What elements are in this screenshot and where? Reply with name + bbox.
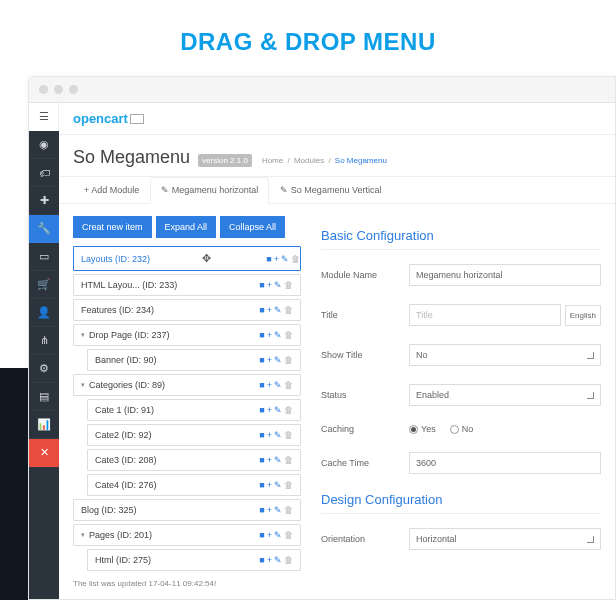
tab-horizontal[interactable]: ✎ Megamenu horizontal	[150, 177, 269, 204]
tree-item[interactable]: ▾Drop Page (ID: 237)■+✎🗑	[73, 324, 301, 346]
doc-icon[interactable]: ▤	[29, 383, 59, 411]
puzzle-icon[interactable]: ✚	[29, 187, 59, 215]
add-icon[interactable]: ■	[259, 305, 264, 315]
trash-icon[interactable]: 🗑	[284, 280, 293, 290]
tree-item[interactable]: ▾Pages (ID: 201)■+✎🗑	[73, 524, 301, 546]
trash-icon[interactable]: 🗑	[284, 305, 293, 315]
caret-icon[interactable]: ▾	[81, 331, 85, 339]
tree-item[interactable]: Cate 1 (ID: 91)■+✎🗑	[87, 399, 301, 421]
move-icon[interactable]: ✥	[202, 252, 214, 265]
dashboard-icon[interactable]: ◉	[29, 131, 59, 159]
edit-icon[interactable]: ✎	[274, 380, 282, 390]
sidebar-toggle-icon[interactable]: ☰	[29, 103, 59, 131]
cart-icon[interactable]: 🛒	[29, 271, 59, 299]
add-icon[interactable]: ■	[259, 555, 264, 565]
add-icon[interactable]: ■	[259, 430, 264, 440]
tree-item[interactable]: Features (ID: 234)■+✎🗑	[73, 299, 301, 321]
edit-icon[interactable]: ✎	[274, 455, 282, 465]
tree-item[interactable]: Html (ID: 275)■+✎🗑	[87, 549, 301, 571]
trash-icon[interactable]: 🗑	[284, 505, 293, 515]
plus-icon[interactable]: +	[267, 480, 272, 490]
tree-item[interactable]: Cate2 (ID: 92)■+✎🗑	[87, 424, 301, 446]
tree-item[interactable]: Cate4 (ID: 276)■+✎🗑	[87, 474, 301, 496]
select-show-title[interactable]: No	[409, 344, 601, 366]
add-icon[interactable]: ■	[259, 330, 264, 340]
add-icon[interactable]: ■	[259, 405, 264, 415]
caret-icon[interactable]: ▾	[81, 531, 85, 539]
tree-item[interactable]: ▾Categories (ID: 89)■+✎🗑	[73, 374, 301, 396]
tree-item-label: Cate 1 (ID: 91)	[95, 405, 154, 415]
edit-icon[interactable]: ✎	[274, 555, 282, 565]
trash-icon[interactable]: 🗑	[284, 430, 293, 440]
add-icon[interactable]: ■	[259, 380, 264, 390]
plus-icon[interactable]: +	[267, 405, 272, 415]
add-icon[interactable]: ■	[259, 455, 264, 465]
select-orientation[interactable]: Horizontal	[409, 528, 601, 550]
edit-icon[interactable]: ✎	[274, 280, 282, 290]
add-icon[interactable]: ■	[259, 355, 264, 365]
plus-icon[interactable]: +	[267, 280, 272, 290]
trash-icon[interactable]: 🗑	[284, 330, 293, 340]
input-module-name[interactable]: Megamenu horizontal	[409, 264, 601, 286]
edit-icon[interactable]: ✎	[274, 505, 282, 515]
add-icon[interactable]: ■	[259, 505, 264, 515]
radio-yes[interactable]: Yes	[409, 424, 436, 434]
plus-icon[interactable]: +	[274, 254, 279, 264]
create-item-button[interactable]: Creat new item	[73, 216, 152, 238]
edit-icon[interactable]: ✎	[274, 305, 282, 315]
trash-icon[interactable]: 🗑	[284, 530, 293, 540]
edit-icon[interactable]: ✎	[281, 254, 289, 264]
tools-icon[interactable]: 🔧	[29, 215, 59, 243]
tree-item[interactable]: Banner (ID: 90)■+✎🗑	[87, 349, 301, 371]
gear-icon[interactable]: ⚙	[29, 355, 59, 383]
edit-icon[interactable]: ✎	[274, 405, 282, 415]
chart-icon[interactable]: 📊	[29, 411, 59, 439]
tree-item[interactable]: Blog (ID: 325)■+✎🗑	[73, 499, 301, 521]
tag-icon[interactable]: 🏷	[29, 159, 59, 187]
plus-icon[interactable]: +	[267, 455, 272, 465]
select-status[interactable]: Enabled	[409, 384, 601, 406]
trash-icon[interactable]: 🗑	[284, 555, 293, 565]
plus-icon[interactable]: +	[267, 430, 272, 440]
lang-selector[interactable]: English	[565, 305, 601, 326]
trash-icon[interactable]: 🗑	[291, 254, 300, 264]
trash-icon[interactable]: 🗑	[284, 355, 293, 365]
tab-add-module[interactable]: + Add Module	[73, 177, 150, 203]
user-icon[interactable]: 👤	[29, 299, 59, 327]
add-icon[interactable]: ■	[266, 254, 271, 264]
edit-icon[interactable]: ✎	[274, 480, 282, 490]
trash-icon[interactable]: 🗑	[284, 455, 293, 465]
edit-icon[interactable]: ✎	[274, 355, 282, 365]
add-icon[interactable]: ■	[259, 280, 264, 290]
trash-icon[interactable]: 🗑	[284, 405, 293, 415]
edit-icon[interactable]: ✎	[274, 430, 282, 440]
trash-icon[interactable]: 🗑	[284, 480, 293, 490]
plus-icon[interactable]: +	[267, 530, 272, 540]
monitor-icon[interactable]: ▭	[29, 243, 59, 271]
edit-icon[interactable]: ✎	[274, 330, 282, 340]
plus-icon[interactable]: +	[267, 355, 272, 365]
collapse-all-button[interactable]: Collapse All	[220, 216, 285, 238]
plus-icon[interactable]: +	[267, 505, 272, 515]
edit-icon[interactable]: ✎	[274, 530, 282, 540]
input-cache-time[interactable]: 3600	[409, 452, 601, 474]
radio-no[interactable]: No	[450, 424, 474, 434]
caret-icon[interactable]: ▾	[81, 381, 85, 389]
add-icon[interactable]: ■	[259, 480, 264, 490]
tree-item[interactable]: HTML Layou... (ID: 233)■+✎🗑	[73, 274, 301, 296]
share-icon[interactable]: ⋔	[29, 327, 59, 355]
plus-icon[interactable]: +	[267, 380, 272, 390]
plus-icon[interactable]: +	[267, 330, 272, 340]
plus-icon[interactable]: +	[267, 555, 272, 565]
input-title[interactable]: Title	[409, 304, 561, 326]
close-icon[interactable]: ✕	[29, 439, 59, 467]
tree-item[interactable]: Cate3 (ID: 208)■+✎🗑	[87, 449, 301, 471]
add-icon[interactable]: ■	[259, 530, 264, 540]
expand-all-button[interactable]: Expand All	[156, 216, 217, 238]
trash-icon[interactable]: 🗑	[284, 380, 293, 390]
tree-item[interactable]: Layouts (ID: 232)✥■+✎🗑	[73, 246, 301, 271]
crumb-modules[interactable]: Modules	[294, 156, 324, 165]
tab-vertical[interactable]: ✎ So Megamenu Vertical	[269, 177, 392, 203]
plus-icon[interactable]: +	[267, 305, 272, 315]
crumb-home[interactable]: Home	[262, 156, 283, 165]
